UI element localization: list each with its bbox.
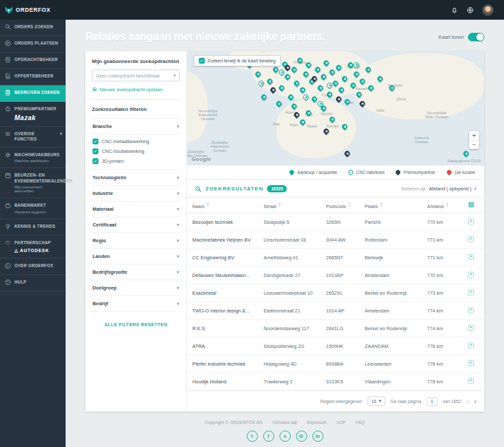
user-avatar[interactable]: [482, 5, 494, 16]
map-pin[interactable]: [343, 150, 350, 158]
column-header-straat[interactable]: Straat▲▼: [259, 198, 321, 213]
filter-section-landen[interactable]: Landen▾: [92, 249, 180, 265]
mazak-logo[interactable]: Mazak: [14, 114, 62, 121]
globe-icon[interactable]: [467, 7, 474, 14]
filter-section-regio[interactable]: Regio▾: [92, 233, 180, 249]
sidebar-item-over-orderfox[interactable]: OVER ORDERFOX: [0, 259, 66, 275]
table-row[interactable]: Houdijk HollandTrawlerweg 23133KSVlaardi…: [187, 373, 484, 391]
new-search-link[interactable]: ⊕ Nieuwe zoekopdracht opslaan: [92, 87, 180, 100]
cell-postcode: 3265lh: [321, 213, 360, 231]
filter-section-doelgroep[interactable]: Doelgroep▾: [92, 280, 180, 296]
map-toggle[interactable]: Kaart tonen: [438, 33, 484, 41]
map-pin[interactable]: [261, 93, 268, 100]
row-action-button[interactable]: [468, 289, 474, 295]
table-row[interactable]: Defauwes Meubelmaker/...Danzigerkade 271…: [187, 266, 484, 284]
column-settings-button[interactable]: [457, 198, 484, 213]
footer-link-ochrana-dat[interactable]: Ochrana dat: [272, 420, 297, 425]
next-page-button[interactable]: ›: [474, 398, 476, 404]
table-row[interactable]: Pfeifer industrie techniekHidalgoweg 4D8…: [187, 355, 484, 373]
map-pin[interactable]: [463, 150, 470, 158]
table-row[interactable]: Bezooijen techniekSluisjedijk 53265lhPie…: [187, 213, 484, 231]
sidebar-sublabel[interactable]: Machine aanbieden: [14, 159, 62, 163]
orderfox-logo[interactable]: ORDERFOX: [0, 0, 66, 20]
map-legend: Aankoop / acquisitieCNC-fabrikantPremium…: [187, 165, 484, 180]
sidebar-item-opdrachtbeheer[interactable]: OPDRACHTBEHEER: [0, 53, 66, 69]
page-number-input[interactable]: [427, 397, 438, 406]
row-action-button[interactable]: [468, 378, 474, 384]
sidebar-item-overige-functies[interactable]: OVERIGE FUNCTIES▾: [0, 127, 66, 148]
ocean-label: Zuidelijke Atlantische Oceaan: [210, 140, 229, 152]
map-zoom-control: + −: [469, 131, 479, 149]
saved-search-select[interactable]: Geen zoekopdracht beschikbaar ▾: [92, 70, 180, 81]
row-action-button[interactable]: [468, 307, 474, 313]
filter-section-bedrijf[interactable]: Bedrijf▾: [92, 296, 180, 312]
filter-section-bedrijfsgrootte[interactable]: Bedrijfsgrootte▾: [92, 265, 180, 280]
linkedin-icon[interactable]: in: [312, 431, 324, 442]
sort-arrows-icon: ▲▼: [207, 202, 209, 208]
sidebar-item-beurzen-en-evenementenkalender[interactable]: BEURZEN- EN EVENEMENTENKALENDERMijn even…: [0, 168, 66, 198]
filter-section-certificaat[interactable]: Certificaat▾: [92, 217, 180, 233]
toggle-knob: [476, 33, 484, 41]
autodesk-logo[interactable]: △ AUTODESK: [14, 248, 62, 253]
sidebar-item-offertebeheer[interactable]: OFFERTEBEHEER: [0, 69, 66, 85]
sidebar-item-machinevakbeurs[interactable]: MACHINEVAKBEURSMachine aanbieden: [0, 148, 66, 169]
sidebar-sublabel[interactable]: Vacature opgeven: [14, 210, 62, 214]
filter-section-branche[interactable]: Branche▾: [92, 119, 180, 135]
facebook-icon[interactable]: f: [263, 431, 274, 442]
row-action-button[interactable]: [468, 360, 474, 366]
filter-option-cnc-metaalbewerking[interactable]: ✓CNC-metaalbewerking: [92, 137, 180, 146]
column-header-postcode[interactable]: Postcode▲▼: [321, 198, 360, 213]
row-action-button[interactable]: [468, 325, 474, 331]
filter-option-3d-printen[interactable]: ✓3D-printen: [92, 156, 180, 166]
filter-option-cnc-houtbewerking[interactable]: ✓CNC-houtbewerking: [92, 146, 180, 156]
sort-dropdown[interactable]: Sorteren op: Afstand ( oplopend ) ▾: [401, 186, 476, 192]
rows-per-page-select[interactable]: 10 ▾: [368, 396, 385, 406]
footer-link-faq[interactable]: FAQ: [356, 420, 365, 425]
checkbox-checked-icon[interactable]: ✓: [93, 138, 98, 144]
table-row[interactable]: ExactmetalLeeuwenhoekstraat 102652XLBerk…: [187, 284, 484, 302]
row-action-button[interactable]: [468, 219, 474, 224]
filter-section-materiaal[interactable]: Materiaal▾: [92, 202, 180, 217]
sidebar-item-partnerschap[interactable]: PARTNERSCHAP△ AUTODESK: [0, 236, 66, 259]
map-pin[interactable]: [343, 98, 350, 105]
column-header-afstand[interactable]: Afstand▲▼: [422, 198, 457, 213]
sidebar-item-kennis-trends[interactable]: KENNIS & TRENDS: [0, 219, 66, 236]
table-row[interactable]: ATRASluispolderweg 2G1509HKZAANDAM776 km: [187, 337, 484, 355]
sidebar-sublabel[interactable]: Mijn evenement aanmelden: [14, 185, 62, 193]
sidebar-item-bedrijven-zoeken[interactable]: BEDRIJVEN ZOEKEN: [0, 85, 66, 102]
row-action-button[interactable]: [468, 343, 474, 349]
row-action-button[interactable]: [468, 272, 474, 278]
zoom-in-button[interactable]: +: [469, 131, 479, 140]
zoom-out-button[interactable]: −: [469, 140, 479, 149]
footer-link-vop[interactable]: VOP: [337, 420, 346, 425]
column-header-naam[interactable]: Naam▲▼: [187, 198, 259, 213]
sidebar-item-orders-zoeken[interactable]: ORDERS ZOEKEN: [0, 20, 66, 36]
twitter-icon[interactable]: t: [247, 431, 258, 442]
star-icon: [5, 106, 11, 113]
sidebar-item-hulp[interactable]: HULP: [0, 275, 66, 291]
sidebar-item-orders-plaatsen[interactable]: ORDERS PLAATSEN: [0, 36, 66, 53]
row-action-button[interactable]: [468, 254, 474, 260]
table-row[interactable]: TWO-O interior design &...Elektronstraat…: [187, 302, 484, 320]
instagram-icon[interactable]: ⊙: [296, 431, 307, 442]
toggle-switch[interactable]: [468, 33, 484, 41]
checkbox-checked-icon[interactable]: ✓: [93, 158, 98, 164]
checkbox-checked-icon[interactable]: ✓: [93, 148, 98, 154]
footer-link-impresum[interactable]: Impresum: [306, 420, 326, 425]
previous-page-button[interactable]: ‹: [467, 398, 469, 404]
map-pin[interactable]: [275, 100, 282, 107]
filter-section-technologie-n[interactable]: Technologieën▾: [92, 170, 180, 186]
map-search-checkbox[interactable]: ✓ Zoeken terwijl ik de kaart beweeg: [194, 55, 281, 66]
bell-icon[interactable]: [451, 7, 458, 14]
xing-icon[interactable]: x: [280, 431, 291, 442]
table-row[interactable]: CC Engineering BVAmethistweg 412665NTBle…: [187, 249, 484, 266]
filter-section-industrie[interactable]: Industrie▾: [92, 186, 180, 202]
sidebar-item-banenmarkt[interactable]: BANENMARKTVacature opgeven: [0, 198, 66, 219]
column-header-plaats[interactable]: Plaats▲▼: [360, 198, 422, 213]
table-row[interactable]: R.E.S.Noordeindseweg 1172641LGBerkel en …: [187, 320, 484, 337]
sidebar-item-premiumpartner[interactable]: PREMIUMPARTNERMazak: [0, 102, 66, 127]
reset-filters-button[interactable]: ALLE FILTERS RESETTEN: [92, 322, 180, 327]
map-canvas[interactable]: Noordelijke Atlantische OceaanZuidelijke…: [187, 51, 484, 165]
row-action-button[interactable]: [468, 236, 474, 242]
table-row[interactable]: Machinefabriek Heijnen BVLinschotenstraa…: [187, 231, 484, 249]
